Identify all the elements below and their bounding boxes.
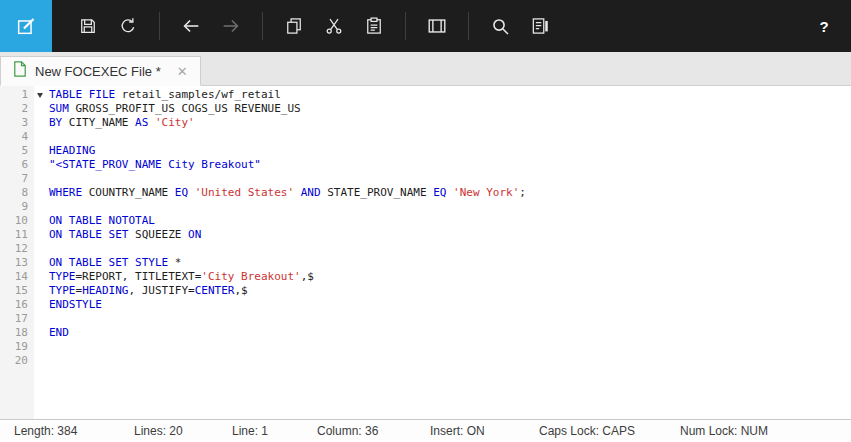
tab-title: New FOCEXEC File *: [35, 64, 161, 79]
code-line: 5HEADING: [0, 144, 851, 158]
paste-icon: [364, 16, 384, 36]
code-text: [34, 242, 49, 256]
status-column: Column: 36: [317, 424, 430, 438]
code-text: WHERE COUNTRY_NAME EQ 'United States' AN…: [34, 186, 526, 200]
code-line: 12: [0, 242, 851, 256]
code-line: 20: [0, 354, 851, 368]
refresh-button[interactable]: [108, 0, 148, 52]
toolbar-group: [171, 0, 251, 52]
gutter-marker-icon: [37, 93, 43, 98]
toolbar-groups: [0, 0, 560, 52]
code-line: 8WHERE COUNTRY_NAME EQ 'United States' A…: [0, 186, 851, 200]
find-in-file-button[interactable]: [520, 0, 560, 52]
code-text: [34, 340, 49, 354]
line-number: 7: [0, 172, 34, 186]
tab-close-icon[interactable]: ✕: [177, 64, 188, 79]
line-number: 15: [0, 284, 34, 298]
code-line: 9: [0, 200, 851, 214]
code-text: TABLE FILE retail_samples/wf_retail: [34, 88, 281, 102]
code-line: 15TYPE=HEADING, JUSTIFY=CENTER,$: [0, 284, 851, 298]
code-line: 4: [0, 130, 851, 144]
line-number: 3: [0, 116, 34, 130]
save-button[interactable]: [68, 0, 108, 52]
forward-button[interactable]: [211, 0, 251, 52]
code-line: 2SUM GROSS_PROFIT_US COGS_US REVENUE_US: [0, 102, 851, 116]
status-insert: Insert: ON: [430, 424, 539, 438]
code-text: HEADING: [34, 144, 95, 158]
cut-button[interactable]: [314, 0, 354, 52]
search-button[interactable]: [480, 0, 520, 52]
line-number: 9: [0, 200, 34, 214]
code-line: 6"<STATE_PROV_NAME City Breakout": [0, 158, 851, 172]
code-line: 3BY CITY_NAME AS 'City': [0, 116, 851, 130]
code-line: 16ENDSTYLE: [0, 298, 851, 312]
code-text: TYPE=REPORT, TITLETEXT='City Breakout',$: [34, 270, 314, 284]
copy-button[interactable]: [274, 0, 314, 52]
arrow-right-icon: [220, 15, 242, 37]
edit-icon: [15, 15, 37, 37]
code-line: 18END: [0, 326, 851, 340]
status-caps-lock: Caps Lock: CAPS: [539, 424, 680, 438]
code-text: ON TABLE NOTOTAL: [34, 214, 155, 228]
code-text: [34, 200, 49, 214]
status-bar: Length: 384Lines: 20Line: 1Column: 36Ins…: [0, 419, 851, 442]
code-text: SUM GROSS_PROFIT_US COGS_US REVENUE_US: [34, 102, 301, 116]
toolbar-group: [274, 0, 394, 52]
status-num-lock: Num Lock: NUM: [680, 424, 768, 438]
toolbar-group: [68, 0, 148, 52]
code-line: 7: [0, 172, 851, 186]
code-text: END: [34, 326, 69, 340]
cut-icon: [324, 16, 344, 36]
line-number: 14: [0, 270, 34, 284]
toolbar-group: [480, 0, 560, 52]
line-number: 5: [0, 144, 34, 158]
code-line: 14TYPE=REPORT, TITLETEXT='City Breakout'…: [0, 270, 851, 284]
tab-bar: New FOCEXEC File * ✕: [0, 52, 851, 86]
code-line: 11ON TABLE SET SQUEEZE ON: [0, 228, 851, 242]
toolbar-divider: [405, 12, 406, 40]
code-line: 13ON TABLE SET STYLE *: [0, 256, 851, 270]
back-button[interactable]: [171, 0, 211, 52]
toolbar-divider: [159, 12, 160, 40]
code-text: BY CITY_NAME AS 'City': [34, 116, 195, 130]
single-view-icon: [426, 15, 448, 37]
line-number: 12: [0, 242, 34, 256]
line-number: 10: [0, 214, 34, 228]
code-text: [34, 130, 49, 144]
line-number: 16: [0, 298, 34, 312]
code-line: 10ON TABLE NOTOTAL: [0, 214, 851, 228]
status-length: Length: 384: [14, 424, 134, 438]
code-editor[interactable]: 1TABLE FILE retail_samples/wf_retail2SUM…: [0, 86, 851, 419]
line-number: 6: [0, 158, 34, 172]
code-line: 17: [0, 312, 851, 326]
code-line: 1TABLE FILE retail_samples/wf_retail: [0, 88, 851, 102]
line-number: 17: [0, 312, 34, 326]
paste-button[interactable]: [354, 0, 394, 52]
code-text: TYPE=HEADING, JUSTIFY=CENTER,$: [34, 284, 248, 298]
help-button[interactable]: ?: [805, 0, 843, 52]
code-text: ENDSTYLE: [34, 298, 102, 312]
code-text: [34, 172, 49, 186]
edit-mode-button[interactable]: [0, 0, 52, 52]
code-text: [34, 312, 49, 326]
line-number: 2: [0, 102, 34, 116]
line-number: 11: [0, 228, 34, 242]
code-text: [34, 354, 49, 368]
line-number: 20: [0, 354, 34, 368]
save-icon: [78, 16, 98, 36]
focexec-file-icon: [13, 61, 27, 81]
code-text: ON TABLE SET STYLE *: [34, 256, 181, 270]
view-layout-button[interactable]: [417, 0, 457, 52]
code-text: ON TABLE SET SQUEEZE ON: [34, 228, 201, 242]
status-lines: Lines: 20: [134, 424, 232, 438]
main-toolbar: ?: [0, 0, 851, 52]
toolbar-group: [0, 0, 68, 52]
code-text: "<STATE_PROV_NAME City Breakout": [34, 158, 261, 172]
line-number: 1: [0, 88, 34, 102]
refresh-icon: [118, 16, 138, 36]
line-number: 19: [0, 340, 34, 354]
status-line: Line: 1: [232, 424, 317, 438]
tab-new-focexec-file[interactable]: New FOCEXEC File * ✕: [0, 56, 201, 86]
toolbar-divider: [468, 12, 469, 40]
line-number: 4: [0, 130, 34, 144]
